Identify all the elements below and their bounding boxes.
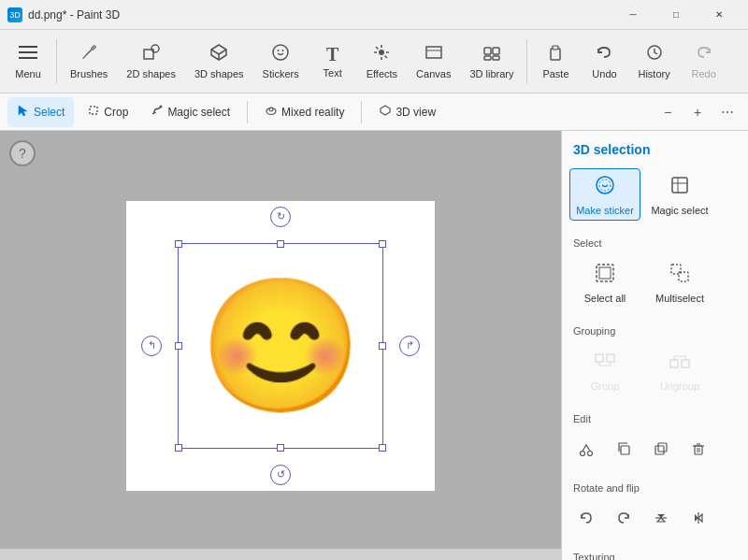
svg-point-7 [273, 45, 288, 60]
sec-3d-view[interactable]: 3D view [369, 97, 445, 127]
toolbar-text[interactable]: T Text [309, 30, 357, 93]
svg-rect-1 [19, 51, 37, 53]
rotate-flip-section-label: Rotate and flip [562, 477, 748, 497]
cut-button[interactable] [569, 432, 603, 466]
duplicate-button[interactable] [644, 432, 678, 466]
toolbar-redo[interactable]: Redo [680, 30, 728, 93]
svg-point-42 [588, 452, 593, 456]
multiselect-button[interactable]: Multiselect [644, 256, 715, 309]
toolbar-sep-2 [526, 39, 527, 83]
toolbar-sep-1 [56, 39, 57, 83]
history-icon [645, 43, 664, 65]
select-all-button[interactable]: Select all [569, 256, 640, 309]
zoom-out-button[interactable]: − [654, 99, 681, 125]
help-button[interactable]: ? [9, 140, 36, 166]
close-button[interactable]: ✕ [698, 0, 741, 30]
3d-library-label: 3D library [469, 68, 513, 79]
2d-shapes-icon [142, 43, 161, 65]
delete-button[interactable] [682, 432, 715, 466]
secondary-toolbar: Select Crop Magic select Mixed reality 3… [0, 93, 748, 131]
multiselect-icon [669, 262, 691, 289]
toolbar-3d-shapes[interactable]: 3D shapes [185, 30, 253, 93]
sec-magic-select[interactable]: Magic select [141, 97, 239, 127]
sec-mixed-reality[interactable]: Mixed reality [255, 97, 353, 127]
rotate-left-button[interactable] [569, 501, 603, 535]
app-icon: 3D [7, 7, 22, 22]
sec-select[interactable]: Select [7, 97, 74, 127]
effects-icon [372, 43, 391, 65]
more-options-button[interactable]: ⋯ [714, 99, 741, 125]
panel-top-buttons: Make sticker Magic select [562, 165, 748, 224]
canvas-label: Canvas [416, 68, 451, 79]
select-all-label: Select all [584, 293, 626, 304]
multiselect-label: Multiselect [655, 293, 704, 304]
rotate-flip-buttons [562, 497, 748, 538]
rotate-right-button[interactable] [607, 501, 640, 535]
svg-point-10 [379, 50, 384, 55]
history-label: History [638, 68, 669, 79]
magic-select-panel-button[interactable]: Magic select [644, 168, 715, 221]
title-bar: 3D dd.png* - Paint 3D ─ □ ✕ [0, 0, 748, 30]
flip-vertical-button[interactable] [644, 501, 678, 535]
toolbar-brushes[interactable]: Brushes [61, 30, 117, 93]
group-button[interactable]: Group [569, 344, 640, 396]
3d-library-icon [482, 43, 501, 65]
toolbar-history[interactable]: History [628, 30, 679, 93]
sec-mixed-reality-label: Mixed reality [281, 106, 344, 119]
stickers-icon [271, 43, 290, 65]
canvas-area[interactable]: ? 😊 ↻ ↺ ↰ ↱ [0, 131, 561, 560]
redo-label: Redo [692, 68, 716, 79]
make-sticker-button[interactable]: Make sticker [569, 168, 640, 221]
sec-tool-right: − + ⋯ [654, 99, 741, 125]
svg-rect-21 [484, 56, 491, 60]
3d-shapes-icon [209, 43, 228, 65]
undo-label: Undo [592, 68, 616, 79]
minimize-button[interactable]: ─ [611, 0, 654, 30]
3d-view-icon [379, 104, 392, 120]
toolbar-paste[interactable]: Paste [531, 30, 580, 93]
svg-rect-19 [484, 48, 491, 54]
toolbar-effects[interactable]: Effects [357, 30, 407, 93]
crop-icon [87, 104, 100, 120]
maximize-button[interactable]: □ [654, 0, 698, 30]
2d-shapes-label: 2D shapes [126, 68, 176, 79]
svg-rect-22 [493, 56, 499, 60]
right-panel: 3D selection Make sticker Magic select S… [561, 131, 748, 560]
svg-line-15 [376, 47, 379, 50]
svg-rect-39 [670, 360, 678, 367]
toolbar-3d-library[interactable]: 3D library [460, 30, 523, 93]
toolbar-stickers[interactable]: Stickers [253, 30, 309, 93]
menu-icon [19, 43, 37, 65]
brushes-icon [79, 43, 98, 65]
svg-rect-46 [695, 446, 702, 454]
window-title: dd.png* - Paint 3D [28, 8, 120, 22]
svg-rect-38 [607, 354, 614, 362]
svg-point-8 [278, 50, 280, 51]
toolbar-canvas[interactable]: Canvas [407, 30, 460, 93]
svg-point-27 [160, 106, 163, 108]
copy-button[interactable] [607, 432, 640, 466]
canvas-content: 😊 [126, 201, 435, 491]
canvas-scrollbar[interactable] [0, 549, 561, 560]
ungroup-label: Ungroup [660, 381, 699, 392]
svg-rect-45 [658, 443, 667, 452]
text-label: Text [324, 67, 342, 79]
toolbar-2d-shapes[interactable]: 2D shapes [117, 30, 185, 93]
svg-point-29 [269, 108, 273, 111]
sec-crop[interactable]: Crop [78, 97, 137, 127]
svg-rect-0 [19, 46, 37, 48]
toolbar-menu[interactable]: Menu [4, 30, 52, 93]
panel-title: 3D selection [562, 131, 748, 165]
sec-sep-2 [361, 101, 362, 123]
zoom-in-button[interactable]: + [684, 99, 711, 125]
ungroup-button[interactable]: Ungroup [644, 344, 715, 396]
select-all-icon [594, 262, 616, 289]
grouping-section-label: Grouping [562, 320, 748, 340]
group-icon [594, 350, 616, 377]
mixed-reality-icon [265, 104, 278, 120]
edit-buttons [562, 428, 748, 469]
toolbar-undo[interactable]: Undo [580, 30, 628, 93]
svg-rect-2 [19, 57, 37, 59]
group-label: Group [591, 381, 620, 392]
flip-horizontal-button[interactable] [682, 501, 715, 535]
